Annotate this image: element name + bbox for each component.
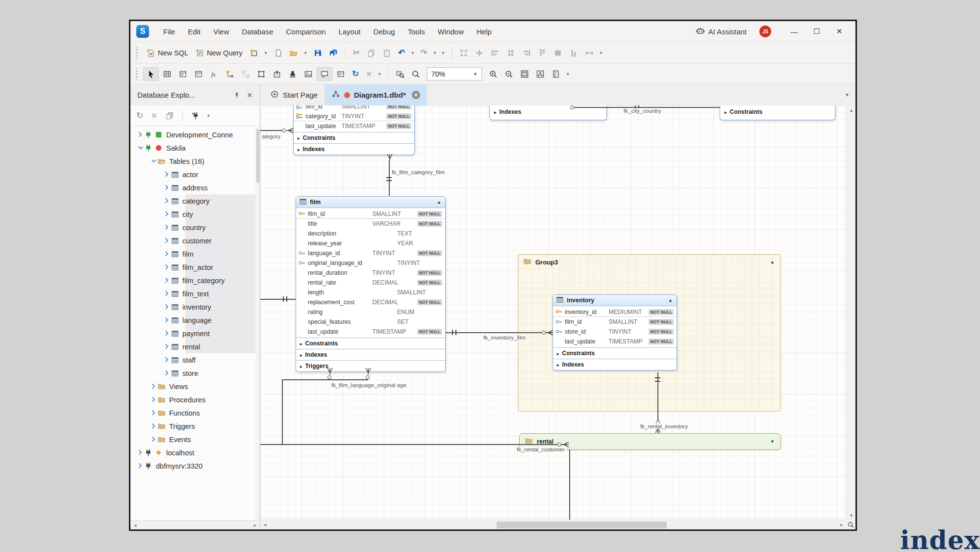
expand-icon[interactable]: ▼ bbox=[770, 439, 775, 444]
dropdown-arrow-icon[interactable]: ▾ bbox=[431, 50, 438, 55]
tree-item-payment[interactable]: payment bbox=[130, 327, 260, 340]
search-button[interactable] bbox=[408, 68, 423, 80]
make-same-size-button[interactable] bbox=[582, 47, 597, 59]
zoom-tool-corner-button[interactable] bbox=[846, 520, 855, 529]
menu-tools[interactable]: Tools bbox=[402, 25, 430, 38]
field-row-replacement_cost[interactable]: replacement_costDECIMALNOT NULL bbox=[296, 297, 445, 307]
expand-arrow-icon[interactable] bbox=[163, 343, 171, 351]
tree-item-triggers[interactable]: Triggers bbox=[130, 420, 260, 433]
dropdown-arrow-icon[interactable]: ▾ bbox=[564, 71, 572, 77]
align-top-button[interactable] bbox=[535, 47, 550, 59]
expand-arrow-icon[interactable] bbox=[163, 316, 171, 324]
dropdown-arrow-icon[interactable]: ▾ bbox=[409, 50, 416, 55]
field-row-release_year[interactable]: release_yearYEAR bbox=[296, 238, 445, 248]
menu-database[interactable]: Database bbox=[236, 25, 278, 38]
field-row-language_id[interactable]: language_idTINYINTNOT NULL bbox=[296, 248, 445, 258]
tree-item-store[interactable]: store bbox=[130, 367, 260, 380]
field-row-last_update[interactable]: last_updateTIMESTAMPNOT NULL bbox=[296, 327, 445, 337]
expand-arrow-icon[interactable]: ▸ bbox=[557, 351, 559, 356]
field-row-title[interactable]: titleVARCHARNOT NULL bbox=[296, 219, 445, 229]
dropdown-arrow-icon[interactable]: ▾ bbox=[598, 50, 605, 55]
expand-arrow-icon[interactable] bbox=[136, 131, 144, 139]
expand-arrow-icon[interactable]: ▸ bbox=[298, 147, 300, 152]
expand-arrow-icon[interactable] bbox=[150, 436, 157, 444]
expand-arrow-icon[interactable] bbox=[150, 409, 157, 417]
expand-arrow-icon[interactable] bbox=[163, 171, 171, 179]
field-row-original_language_id[interactable]: original_language_idTINYINT bbox=[296, 258, 445, 268]
expand-arrow-icon[interactable] bbox=[163, 290, 171, 298]
tree-item-localhost[interactable]: localhost bbox=[130, 446, 260, 459]
tree-item-film-category[interactable]: film_category bbox=[130, 274, 260, 287]
tree-item-tables-16-[interactable]: Tables (16) bbox=[130, 155, 260, 168]
insert-image-tool[interactable] bbox=[301, 68, 316, 80]
collapse-arrow-icon[interactable] bbox=[150, 158, 157, 165]
field-row-inventory_id[interactable]: inventory_idMEDIUMINTNOT NULL bbox=[553, 307, 677, 317]
tree-item-inventory[interactable]: inventory bbox=[130, 300, 260, 314]
pin-icon[interactable] bbox=[230, 89, 243, 102]
tree-item-country[interactable]: country bbox=[130, 221, 260, 234]
explorer-duplicate-button[interactable] bbox=[162, 109, 177, 122]
expand-arrow-icon[interactable]: ▸ bbox=[557, 363, 559, 368]
table-inventory[interactable]: inventory▲inventory_idMEDIUMINTNOT NULLf… bbox=[553, 294, 677, 370]
dropdown-arrow-icon[interactable]: ▼ bbox=[473, 72, 477, 77]
tree-item-category[interactable]: category bbox=[130, 194, 260, 208]
tab-start-page[interactable]: Start Page bbox=[263, 84, 325, 105]
cut-button[interactable]: ✂ bbox=[350, 47, 363, 59]
section-indexes[interactable]: ▸Indexes bbox=[294, 143, 414, 155]
tree-item-film-text[interactable]: film_text bbox=[130, 287, 260, 300]
explorer-refresh-button[interactable]: ↻ bbox=[133, 109, 146, 122]
field-row-rental_duration[interactable]: rental_durationTINYINTNOT NULL bbox=[296, 268, 445, 278]
tree-item-staff[interactable]: staff bbox=[130, 353, 260, 367]
align-left-button[interactable] bbox=[488, 47, 503, 59]
close-tab-icon[interactable]: ✕ bbox=[412, 91, 420, 99]
section-constraints[interactable]: ▸Constraints bbox=[294, 132, 414, 143]
expand-arrow-icon[interactable] bbox=[150, 396, 157, 404]
expand-arrow-icon[interactable]: ▸ bbox=[300, 364, 302, 369]
explorer-vertical-scrollbar[interactable] bbox=[255, 128, 260, 520]
expand-arrow-icon[interactable] bbox=[163, 237, 171, 245]
new-view-tool[interactable] bbox=[176, 68, 190, 80]
user-avatar[interactable]: JS bbox=[759, 26, 771, 37]
menu-file[interactable]: File bbox=[158, 25, 180, 38]
edit-object-tool[interactable] bbox=[333, 68, 348, 80]
tree-item-events[interactable]: Events bbox=[130, 433, 260, 446]
explorer-disconnect-button[interactable]: ✕ bbox=[148, 109, 160, 122]
expand-arrow-icon[interactable]: ▸ bbox=[300, 342, 302, 346]
scroll-right-arrow[interactable]: ▸ bbox=[837, 521, 846, 529]
expand-arrow-icon[interactable] bbox=[163, 224, 171, 232]
scroll-left-arrow[interactable]: ◂ bbox=[130, 521, 140, 529]
paste-button[interactable] bbox=[379, 47, 394, 59]
delete-button[interactable]: ✕ bbox=[363, 68, 375, 80]
table-film-category-partial[interactable]: film_idSMALLINTNOT NULLcategory_idTINYIN… bbox=[293, 105, 415, 155]
field-row-film_id[interactable]: film_idSMALLINTNOT NULL bbox=[294, 105, 414, 111]
close-button[interactable]: ✕ bbox=[828, 24, 851, 39]
explorer-horizontal-scrollbar[interactable]: ◂ ▸ bbox=[130, 520, 260, 529]
toolbar-grip[interactable] bbox=[135, 68, 138, 80]
new-table-tool[interactable] bbox=[160, 68, 175, 80]
expand-arrow-icon[interactable]: ▸ bbox=[300, 353, 302, 358]
collapse-arrow-icon[interactable] bbox=[136, 144, 144, 152]
canvas-vertical-scrollbar[interactable]: ▴ ▾ bbox=[846, 105, 855, 520]
collapse-icon[interactable]: ▲ bbox=[437, 200, 441, 205]
field-row-last_update[interactable]: last_updateTIMESTAMPNOT NULL bbox=[294, 121, 414, 131]
minimize-button[interactable]: — bbox=[783, 24, 805, 39]
new-query-button[interactable]: New Query bbox=[192, 47, 246, 59]
tree-item-film-actor[interactable]: film_actor bbox=[130, 261, 260, 274]
menu-layout[interactable]: Layout bbox=[333, 25, 366, 38]
menu-edit[interactable]: Edit bbox=[182, 25, 206, 38]
virtual-relation-tool[interactable] bbox=[238, 68, 253, 80]
ai-assistant-button[interactable]: AI Assistant bbox=[696, 26, 747, 37]
dropdown-arrow-icon[interactable]: ▾ bbox=[439, 50, 447, 55]
menu-window[interactable]: Window bbox=[432, 25, 469, 38]
tree-item-sakila[interactable]: Sakila bbox=[130, 141, 260, 155]
scroll-right-arrow[interactable]: ▸ bbox=[251, 521, 260, 529]
expand-arrow-icon[interactable] bbox=[163, 184, 171, 192]
expand-arrow-icon[interactable] bbox=[163, 197, 171, 205]
scroll-left-arrow[interactable]: ◂ bbox=[260, 521, 270, 529]
scroll-down-arrow[interactable]: ▾ bbox=[847, 511, 856, 520]
menu-debug[interactable]: Debug bbox=[368, 25, 400, 38]
cutoff-table-constraints-section[interactable]: ▸Constraints bbox=[720, 105, 835, 120]
tree-item-film[interactable]: film bbox=[130, 247, 260, 261]
expand-arrow-icon[interactable] bbox=[150, 422, 157, 430]
close-panel-icon[interactable]: ✕ bbox=[243, 89, 256, 102]
